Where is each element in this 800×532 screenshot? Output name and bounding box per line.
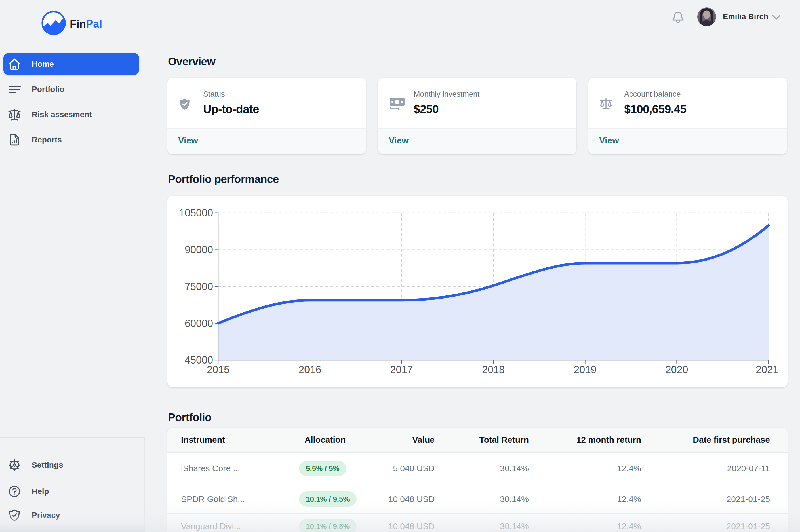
- svg-text:2017: 2017: [390, 364, 413, 376]
- svg-text:90000: 90000: [185, 244, 213, 255]
- svg-text:75000: 75000: [185, 281, 213, 292]
- svg-text:2018: 2018: [482, 364, 505, 376]
- svg-text:2020: 2020: [666, 364, 688, 376]
- svg-text:2021: 2021: [756, 364, 778, 376]
- svg-text:105000: 105000: [179, 207, 213, 218]
- svg-text:2016: 2016: [298, 364, 321, 376]
- svg-text:2015: 2015: [207, 364, 229, 376]
- svg-text:2019: 2019: [574, 364, 596, 376]
- svg-text:60000: 60000: [185, 318, 213, 329]
